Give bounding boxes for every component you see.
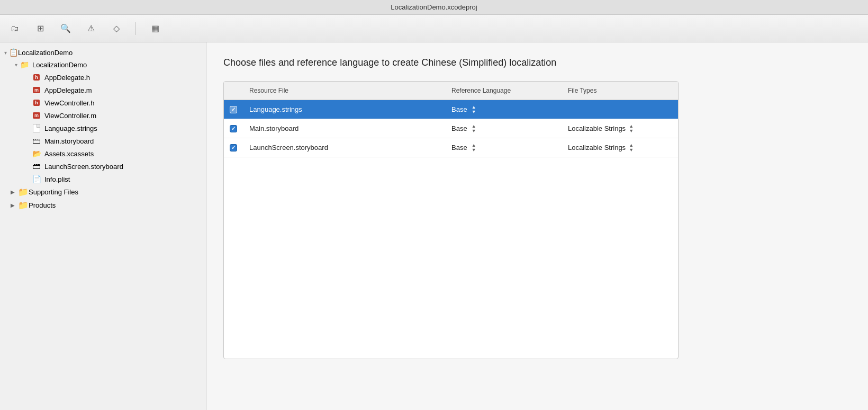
sidebar-item-launchscreen-storyboard[interactable]: 🗃 LaunchScreen.storyboard [0, 160, 206, 173]
sidebar-item-localizationdemo-group[interactable]: ▾ 📁 LocalizationDemo [0, 58, 206, 71]
sidebar-project-label: LocalizationDemo [18, 49, 73, 57]
sidebar-item-supporting-files[interactable]: ▶ 📁 Supporting Files [0, 185, 206, 199]
storyboard-icon: 🗃 [32, 136, 41, 146]
row1-checkbox[interactable] [230, 106, 237, 113]
sidebar-item-viewcontroller-h[interactable]: h ViewController.h [0, 96, 206, 109]
row2-checkbox-cell[interactable] [224, 122, 243, 136]
table-row: LaunchScreen.storyboard Base ▲▼ Localiza… [224, 138, 678, 157]
sidebar-file-viewcontroller-h-label: ViewController.h [44, 99, 94, 107]
sidebar-item-assets-xcassets[interactable]: 📂 Assets.xcassets [0, 147, 206, 160]
folder-yellow-icon-3: 📁 [18, 200, 29, 210]
row3-checkbox-cell[interactable] [224, 141, 243, 155]
storyboard-icon-2: 🗃 [32, 162, 41, 171]
plist-file-icon: 📄 [32, 174, 41, 184]
folder-yellow-icon-2: 📁 [18, 187, 29, 197]
table-empty-area [224, 157, 678, 359]
sidebar-item-appdelegate-h[interactable]: h AppDelegate.h [0, 71, 206, 84]
chevron-right-icon: ▶ [11, 189, 15, 195]
sidebar-item-viewcontroller-m[interactable]: m ViewController.m [0, 109, 206, 122]
m-file-icon-2: m [32, 111, 41, 120]
sidebar-file-assets-label: Assets.xcassets [44, 150, 94, 158]
table-row: Language.strings Base ▲▼ [224, 100, 678, 119]
table-header: Resource File Reference Language File Ty… [224, 82, 678, 100]
row2-file-type-text: Localizable Strings [568, 124, 626, 132]
sidebar-file-main-storyboard-label: Main.storyboard [44, 137, 94, 145]
localization-table: Resource File Reference Language File Ty… [223, 81, 679, 359]
row3-file-type-stepper[interactable]: ▲▼ [629, 143, 634, 153]
sidebar-file-infoplist-label: Info.plist [44, 175, 70, 183]
sidebar-group-products-label: Products [29, 201, 56, 209]
row1-file-type [562, 106, 678, 113]
page-title: Choose files and reference language to c… [223, 57, 851, 68]
row1-reference-language: Base ▲▼ [445, 102, 562, 118]
row3-file-type-text: Localizable Strings [568, 144, 626, 151]
row2-checkbox[interactable] [230, 125, 237, 132]
title-bar-text: LocalizationDemo.xcodeproj [391, 3, 477, 11]
row2-ref-lang-stepper[interactable]: ▲▼ [472, 124, 476, 133]
th-resource-file: Resource File [243, 85, 445, 96]
sidebar-file-viewcontroller-m-label: ViewController.m [44, 112, 96, 120]
row2-resource-file: Main.storyboard [243, 121, 445, 136]
toolbar: 🗂 ⊞ 🔍 ⚠ ◇ ▦ [0, 15, 868, 42]
search-toolbar-btn[interactable]: 🔍 [57, 20, 74, 37]
diamond-toolbar-btn[interactable]: ◇ [108, 20, 125, 37]
content-area: Choose files and reference language to c… [206, 42, 868, 410]
row2-file-type: Localizable Strings ▲▼ [562, 121, 678, 137]
row2-reference-language: Base ▲▼ [445, 121, 562, 137]
row3-resource-file: LaunchScreen.storyboard [243, 140, 445, 155]
row3-ref-lang-text: Base [451, 144, 467, 151]
chevron-down-icon: ▾ [15, 62, 17, 68]
row3-file-type: Localizable Strings ▲▼ [562, 140, 678, 156]
sidebar-item-project-root[interactable]: ▾ 📋 LocalizationDemo [0, 47, 206, 58]
project-file-icon: 📋 [9, 48, 18, 57]
row1-checkbox-cell[interactable] [224, 103, 243, 117]
chevron-right-icon-2: ▶ [11, 202, 15, 208]
h-file-icon-2: h [32, 98, 41, 108]
title-bar: LocalizationDemo.xcodeproj [0, 0, 868, 15]
hierarchy-toolbar-btn[interactable]: ⊞ [32, 20, 49, 37]
sidebar: ▾ 📋 LocalizationDemo ▾ 📁 LocalizationDem… [0, 42, 206, 410]
xcassets-icon: 📂 [32, 149, 41, 158]
warning-toolbar-btn[interactable]: ⚠ [83, 20, 100, 37]
folder-yellow-icon: 📁 [20, 60, 29, 69]
sidebar-file-appdelegate-h-label: AppDelegate.h [44, 74, 90, 82]
sidebar-item-appdelegate-m[interactable]: m AppDelegate.m [0, 84, 206, 96]
chevron-down-icon: ▾ [4, 50, 7, 56]
row1-ref-lang-stepper[interactable]: ▲▼ [472, 105, 476, 114]
row2-file-type-stepper[interactable]: ▲▼ [629, 124, 634, 133]
toolbar-divider [135, 22, 136, 35]
sidebar-group-localizationdemo-label: LocalizationDemo [32, 61, 87, 69]
sidebar-item-products[interactable]: ▶ 📁 Products [0, 199, 206, 212]
sidebar-file-appdelegate-m-label: AppDelegate.m [44, 86, 92, 94]
h-file-icon: h [32, 73, 41, 82]
row3-ref-lang-stepper[interactable]: ▲▼ [472, 143, 476, 153]
m-file-icon: m [32, 85, 41, 95]
row3-reference-language: Base ▲▼ [445, 140, 562, 156]
main-layout: ▾ 📋 LocalizationDemo ▾ 📁 LocalizationDem… [0, 42, 868, 410]
row1-ref-lang-text: Base [451, 105, 467, 113]
th-reference-language: Reference Language [445, 85, 562, 96]
row3-checkbox[interactable] [230, 144, 237, 151]
sidebar-file-launchscreen-label: LaunchScreen.storyboard [44, 163, 123, 171]
strings-file-icon [32, 123, 41, 133]
th-file-types: File Types [562, 85, 678, 96]
sidebar-group-supporting-label: Supporting Files [29, 188, 78, 196]
row2-ref-lang-text: Base [451, 124, 467, 132]
sidebar-item-main-storyboard[interactable]: 🗃 Main.storyboard [0, 135, 206, 147]
sidebar-file-language-strings-label: Language.strings [44, 124, 97, 132]
table-row: Main.storyboard Base ▲▼ Localizable Stri… [224, 119, 678, 138]
row1-resource-file: Language.strings [243, 102, 445, 117]
th-checkbox-spacer [224, 85, 243, 96]
grid-toolbar-btn[interactable]: ▦ [147, 20, 164, 37]
sidebar-item-info-plist[interactable]: 📄 Info.plist [0, 173, 206, 185]
sidebar-item-language-strings[interactable]: Language.strings [0, 122, 206, 135]
folder-toolbar-btn[interactable]: 🗂 [6, 20, 23, 37]
